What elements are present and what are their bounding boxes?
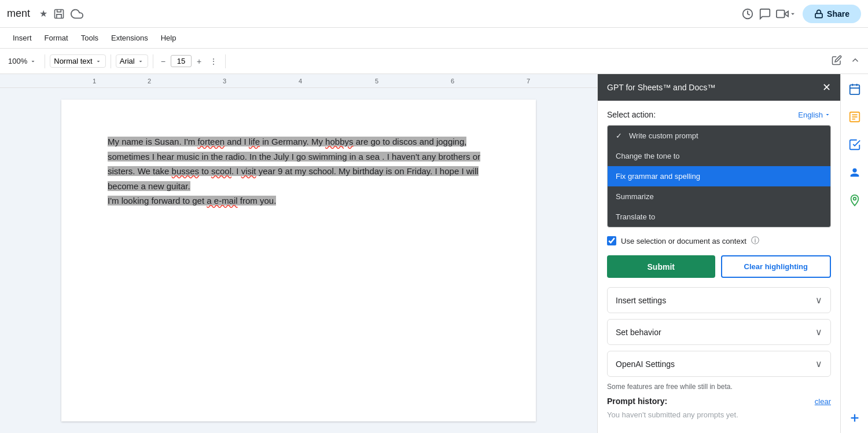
zoom-value: 100% xyxy=(8,57,27,65)
error-scool: scool xyxy=(211,166,231,176)
doc-page[interactable]: My name is Susan. I'm forteen and I life… xyxy=(61,100,536,421)
contacts-icon[interactable] xyxy=(844,162,865,183)
main-content: 1 2 3 4 5 6 7 My name is Susan. I'm fort… xyxy=(0,74,868,433)
doc-text[interactable]: My name is Susan. I'm forteen and I life… xyxy=(108,134,490,208)
dropdown-item-grammar-label: Fix grammar and spelling xyxy=(616,172,700,181)
openai-settings-arrow: ∨ xyxy=(815,358,822,369)
star-icon[interactable]: ★ xyxy=(39,8,47,19)
video-icon-btn[interactable] xyxy=(776,8,797,20)
svg-rect-4 xyxy=(815,13,822,17)
more-options-btn[interactable]: ⋮ xyxy=(207,55,220,68)
context-label: Use selection or document as context xyxy=(621,237,746,245)
divider-2 xyxy=(111,54,111,68)
top-bar-right: Share xyxy=(741,5,861,23)
dropdown-item-summarize-label: Summarize xyxy=(616,192,654,201)
menu-help[interactable]: Help xyxy=(155,31,182,45)
context-checkbox[interactable] xyxy=(607,236,616,245)
sidebar-header: GPT for Sheets™ and Docs™ ✕ xyxy=(598,74,840,101)
calendar-icon[interactable] xyxy=(844,79,865,100)
add-icon[interactable] xyxy=(844,408,865,428)
sidebar-close-button[interactable]: ✕ xyxy=(822,81,831,94)
insert-settings-header[interactable]: Insert settings ∨ xyxy=(608,288,830,313)
dropdown-item-translate[interactable]: Translate to xyxy=(608,207,830,227)
ruler-7: 7 xyxy=(527,78,530,85)
set-behavior-label: Set behavior xyxy=(616,328,661,337)
info-icon[interactable]: ⓘ xyxy=(751,236,759,246)
insert-settings-arrow: ∨ xyxy=(815,295,822,306)
dropdown-item-tone-label: Change the tone to xyxy=(616,152,680,160)
error-busses: busses xyxy=(172,166,200,176)
set-behavior-header[interactable]: Set behavior ∨ xyxy=(608,320,830,344)
error-visit: visit xyxy=(241,166,256,176)
menu-insert[interactable]: Insert xyxy=(7,31,38,45)
dropdown-item-translate-label: Translate to xyxy=(616,212,655,221)
edit-icon-btn[interactable] xyxy=(829,53,845,69)
sidebar-title: GPT for Sheets™ and Docs™ xyxy=(607,83,715,92)
font-selector[interactable]: Arial xyxy=(116,54,148,68)
cloud-icon[interactable] xyxy=(71,8,83,20)
font-size-box[interactable]: 15 xyxy=(171,55,192,67)
maps-icon[interactable] xyxy=(844,190,865,211)
right-icon-column xyxy=(840,74,868,433)
action-dropdown[interactable]: Write custom prompt Change the tone to F… xyxy=(607,125,831,227)
style-selector[interactable]: Normal text xyxy=(50,54,105,68)
some-features-text: Some features are free while still in be… xyxy=(607,383,831,391)
submit-button[interactable]: Submit xyxy=(607,255,715,278)
dropdown-item-summarize[interactable]: Summarize xyxy=(608,186,830,207)
history-icon-btn[interactable] xyxy=(741,8,754,20)
openai-settings-accordion[interactable]: OpenAI Settings ∨ xyxy=(607,351,831,377)
error-life: life xyxy=(249,137,260,146)
tasks-icon[interactable] xyxy=(844,134,865,155)
comment-icon-btn[interactable] xyxy=(759,8,771,20)
ruler: 1 2 3 4 5 6 7 xyxy=(0,74,597,88)
toolbar: 100% Normal text Arial − 15 + ⋮ xyxy=(0,49,868,74)
clear-highlighting-button[interactable]: Clear highlighting xyxy=(721,255,832,278)
doc-wrapper: 1 2 3 4 5 6 7 My name is Susan. I'm fort… xyxy=(0,74,597,433)
doc-area: My name is Susan. I'm forteen and I life… xyxy=(0,88,597,433)
no-prompts-text: You haven't submitted any prompts yet. xyxy=(607,410,831,419)
prompt-history-row: Prompt history: clear xyxy=(607,397,831,406)
ruler-4: 4 xyxy=(299,78,302,85)
language-selector[interactable]: English xyxy=(798,111,831,119)
openai-settings-header[interactable]: OpenAI Settings ∨ xyxy=(608,351,830,376)
right-icons-group xyxy=(741,8,797,20)
error-hobbys: hobbys xyxy=(325,137,353,146)
text-highlighted: My name is Susan. I'm forteen and I life… xyxy=(108,137,480,191)
font-value: Arial xyxy=(120,57,135,65)
divider-4 xyxy=(225,54,226,68)
error-email: a e-mail xyxy=(207,196,237,206)
menu-extensions[interactable]: Extensions xyxy=(105,31,154,45)
ruler-2: 2 xyxy=(148,78,151,85)
save-icon[interactable] xyxy=(53,8,65,20)
divider-3 xyxy=(153,54,153,68)
font-size-decrease[interactable]: − xyxy=(158,55,168,68)
share-button[interactable]: Share xyxy=(803,5,861,23)
ruler-5: 5 xyxy=(375,78,378,85)
top-bar: ment ★ Share xyxy=(0,0,868,28)
insert-settings-accordion[interactable]: Insert settings ∨ xyxy=(607,287,831,313)
dropdown-item-write-custom[interactable]: Write custom prompt xyxy=(608,126,830,146)
set-behavior-arrow: ∨ xyxy=(815,326,822,337)
language-value: English xyxy=(798,111,823,119)
dropdown-item-grammar[interactable]: Fix grammar and spelling xyxy=(608,166,830,186)
style-value: Normal text xyxy=(54,57,92,65)
select-action-label: Select action: xyxy=(607,110,656,119)
svg-rect-5 xyxy=(849,85,859,95)
text-highlighted-2: I'm looking forward to get a e-mail from… xyxy=(108,196,276,206)
menu-format[interactable]: Format xyxy=(39,31,74,45)
zoom-selector[interactable]: 100% xyxy=(5,54,40,68)
set-behavior-accordion[interactable]: Set behavior ∨ xyxy=(607,319,831,345)
dropdown-item-write-custom-label: Write custom prompt xyxy=(629,131,698,140)
ruler-6: 6 xyxy=(451,78,454,85)
dropdown-item-tone[interactable]: Change the tone to xyxy=(608,146,830,166)
svg-rect-3 xyxy=(777,10,785,17)
font-size-increase[interactable]: + xyxy=(194,55,204,68)
menu-tools[interactable]: Tools xyxy=(75,31,104,45)
chevron-up-btn[interactable] xyxy=(847,53,863,69)
toolbar-right xyxy=(829,53,863,69)
error-forteen: forteen xyxy=(197,137,225,146)
clear-history-button[interactable]: clear xyxy=(815,397,831,406)
notes-icon[interactable] xyxy=(844,107,865,127)
openai-settings-label: OpenAI Settings xyxy=(616,359,675,369)
sidebar: GPT for Sheets™ and Docs™ ✕ Select actio… xyxy=(597,74,840,433)
